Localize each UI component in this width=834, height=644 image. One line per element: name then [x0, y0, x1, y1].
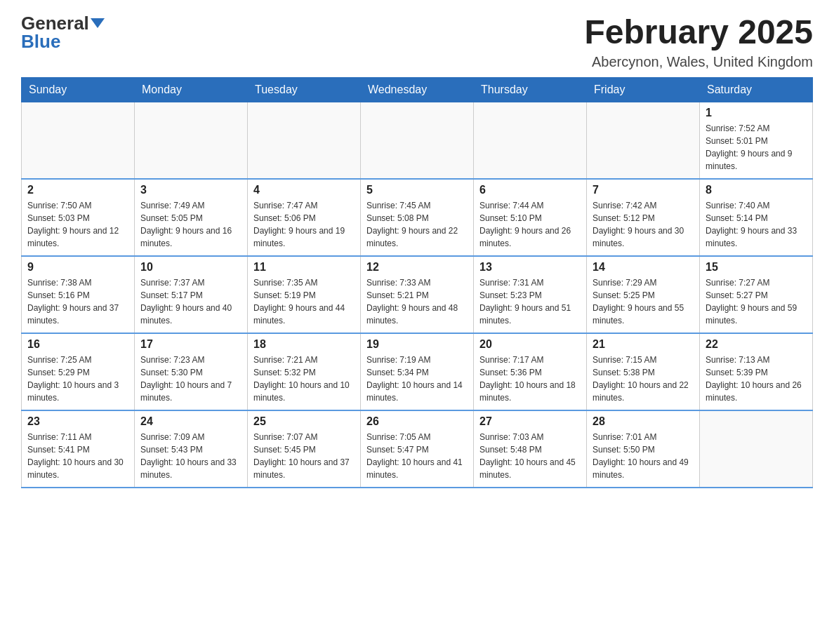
table-row: 8Sunrise: 7:40 AMSunset: 5:14 PMDaylight… [700, 179, 813, 256]
page-header: General Blue February 2025 Abercynon, Wa… [21, 14, 813, 70]
table-row [700, 410, 813, 488]
calendar-header-row: Sunday Monday Tuesday Wednesday Thursday… [22, 77, 813, 102]
day-number: 17 [140, 338, 241, 351]
calendar-week-row: 23Sunrise: 7:11 AMSunset: 5:41 PMDayligh… [22, 410, 813, 488]
day-info: Sunrise: 7:15 AMSunset: 5:38 PMDaylight:… [593, 354, 694, 404]
title-section: February 2025 Abercynon, Wales, United K… [584, 14, 813, 70]
table-row: 1Sunrise: 7:52 AMSunset: 5:01 PMDaylight… [700, 102, 813, 179]
logo-triangle-icon [91, 18, 105, 28]
day-info: Sunrise: 7:44 AMSunset: 5:10 PMDaylight:… [479, 199, 581, 250]
header-sunday: Sunday [22, 77, 135, 102]
day-info: Sunrise: 7:42 AMSunset: 5:12 PMDaylight:… [593, 199, 694, 250]
day-info: Sunrise: 7:19 AMSunset: 5:34 PMDaylight:… [366, 354, 468, 404]
day-number: 21 [593, 338, 694, 351]
day-number: 18 [253, 338, 355, 351]
table-row: 13Sunrise: 7:31 AMSunset: 5:23 PMDayligh… [474, 256, 587, 333]
day-info: Sunrise: 7:03 AMSunset: 5:48 PMDaylight:… [479, 431, 581, 481]
day-info: Sunrise: 7:50 AMSunset: 5:03 PMDaylight:… [27, 199, 128, 250]
day-info: Sunrise: 7:52 AMSunset: 5:01 PMDaylight:… [706, 122, 807, 173]
header-friday: Friday [587, 77, 700, 102]
table-row: 5Sunrise: 7:45 AMSunset: 5:08 PMDaylight… [361, 179, 474, 256]
calendar-week-row: 16Sunrise: 7:25 AMSunset: 5:29 PMDayligh… [22, 333, 813, 410]
day-info: Sunrise: 7:17 AMSunset: 5:36 PMDaylight:… [479, 354, 581, 404]
day-number: 9 [27, 261, 128, 274]
table-row [135, 102, 248, 179]
location-text: Abercynon, Wales, United Kingdom [584, 54, 813, 70]
day-info: Sunrise: 7:09 AMSunset: 5:43 PMDaylight:… [140, 431, 241, 481]
table-row: 12Sunrise: 7:33 AMSunset: 5:21 PMDayligh… [361, 256, 474, 333]
calendar-table: Sunday Monday Tuesday Wednesday Thursday… [21, 77, 813, 489]
day-number: 12 [366, 261, 468, 274]
table-row: 18Sunrise: 7:21 AMSunset: 5:32 PMDayligh… [248, 333, 361, 410]
table-row: 4Sunrise: 7:47 AMSunset: 5:06 PMDaylight… [248, 179, 361, 256]
logo-blue-text: Blue [21, 32, 60, 51]
table-row: 3Sunrise: 7:49 AMSunset: 5:05 PMDaylight… [135, 179, 248, 256]
table-row: 15Sunrise: 7:27 AMSunset: 5:27 PMDayligh… [700, 256, 813, 333]
day-info: Sunrise: 7:13 AMSunset: 5:39 PMDaylight:… [706, 354, 807, 404]
day-number: 3 [140, 184, 241, 196]
table-row [587, 102, 700, 179]
day-info: Sunrise: 7:05 AMSunset: 5:47 PMDaylight:… [366, 431, 468, 481]
day-number: 1 [706, 107, 807, 119]
day-number: 25 [253, 415, 355, 428]
day-number: 22 [706, 338, 807, 351]
table-row: 17Sunrise: 7:23 AMSunset: 5:30 PMDayligh… [135, 333, 248, 410]
table-row: 24Sunrise: 7:09 AMSunset: 5:43 PMDayligh… [135, 410, 248, 488]
day-info: Sunrise: 7:11 AMSunset: 5:41 PMDaylight:… [27, 431, 128, 481]
day-number: 26 [366, 415, 468, 428]
day-number: 4 [253, 184, 355, 196]
logo-general-text: General [21, 14, 89, 32]
header-monday: Monday [135, 77, 248, 102]
table-row: 19Sunrise: 7:19 AMSunset: 5:34 PMDayligh… [361, 333, 474, 410]
day-number: 5 [366, 184, 468, 196]
day-number: 14 [593, 261, 694, 274]
table-row: 6Sunrise: 7:44 AMSunset: 5:10 PMDaylight… [474, 179, 587, 256]
day-number: 23 [27, 415, 128, 428]
table-row [248, 102, 361, 179]
table-row: 23Sunrise: 7:11 AMSunset: 5:41 PMDayligh… [22, 410, 135, 488]
day-info: Sunrise: 7:01 AMSunset: 5:50 PMDaylight:… [593, 431, 694, 481]
table-row [22, 102, 135, 179]
table-row [474, 102, 587, 179]
day-number: 24 [140, 415, 241, 428]
table-row: 2Sunrise: 7:50 AMSunset: 5:03 PMDaylight… [22, 179, 135, 256]
table-row: 27Sunrise: 7:03 AMSunset: 5:48 PMDayligh… [474, 410, 587, 488]
day-number: 7 [593, 184, 694, 196]
day-info: Sunrise: 7:29 AMSunset: 5:25 PMDaylight:… [593, 276, 694, 327]
day-info: Sunrise: 7:31 AMSunset: 5:23 PMDaylight:… [479, 276, 581, 327]
day-info: Sunrise: 7:23 AMSunset: 5:30 PMDaylight:… [140, 354, 241, 404]
day-info: Sunrise: 7:33 AMSunset: 5:21 PMDaylight:… [366, 276, 468, 327]
table-row: 11Sunrise: 7:35 AMSunset: 5:19 PMDayligh… [248, 256, 361, 333]
day-info: Sunrise: 7:45 AMSunset: 5:08 PMDaylight:… [366, 199, 468, 250]
day-info: Sunrise: 7:07 AMSunset: 5:45 PMDaylight:… [253, 431, 355, 481]
day-info: Sunrise: 7:21 AMSunset: 5:32 PMDaylight:… [253, 354, 355, 404]
day-number: 2 [27, 184, 128, 196]
table-row: 14Sunrise: 7:29 AMSunset: 5:25 PMDayligh… [587, 256, 700, 333]
calendar-week-row: 9Sunrise: 7:38 AMSunset: 5:16 PMDaylight… [22, 256, 813, 333]
day-number: 16 [27, 338, 128, 351]
table-row: 26Sunrise: 7:05 AMSunset: 5:47 PMDayligh… [361, 410, 474, 488]
day-number: 13 [479, 261, 581, 274]
month-year-title: February 2025 [584, 14, 813, 51]
day-number: 28 [593, 415, 694, 428]
day-info: Sunrise: 7:40 AMSunset: 5:14 PMDaylight:… [706, 199, 807, 250]
day-number: 8 [706, 184, 807, 196]
table-row: 28Sunrise: 7:01 AMSunset: 5:50 PMDayligh… [587, 410, 700, 488]
table-row: 21Sunrise: 7:15 AMSunset: 5:38 PMDayligh… [587, 333, 700, 410]
day-number: 19 [366, 338, 468, 351]
calendar-week-row: 2Sunrise: 7:50 AMSunset: 5:03 PMDaylight… [22, 179, 813, 256]
day-number: 20 [479, 338, 581, 351]
table-row: 7Sunrise: 7:42 AMSunset: 5:12 PMDaylight… [587, 179, 700, 256]
header-wednesday: Wednesday [361, 77, 474, 102]
calendar-week-row: 1Sunrise: 7:52 AMSunset: 5:01 PMDaylight… [22, 102, 813, 179]
table-row: 10Sunrise: 7:37 AMSunset: 5:17 PMDayligh… [135, 256, 248, 333]
header-thursday: Thursday [474, 77, 587, 102]
day-info: Sunrise: 7:37 AMSunset: 5:17 PMDaylight:… [140, 276, 241, 327]
table-row: 9Sunrise: 7:38 AMSunset: 5:16 PMDaylight… [22, 256, 135, 333]
day-number: 6 [479, 184, 581, 196]
table-row: 16Sunrise: 7:25 AMSunset: 5:29 PMDayligh… [22, 333, 135, 410]
header-tuesday: Tuesday [248, 77, 361, 102]
day-number: 15 [706, 261, 807, 274]
table-row [361, 102, 474, 179]
table-row: 25Sunrise: 7:07 AMSunset: 5:45 PMDayligh… [248, 410, 361, 488]
